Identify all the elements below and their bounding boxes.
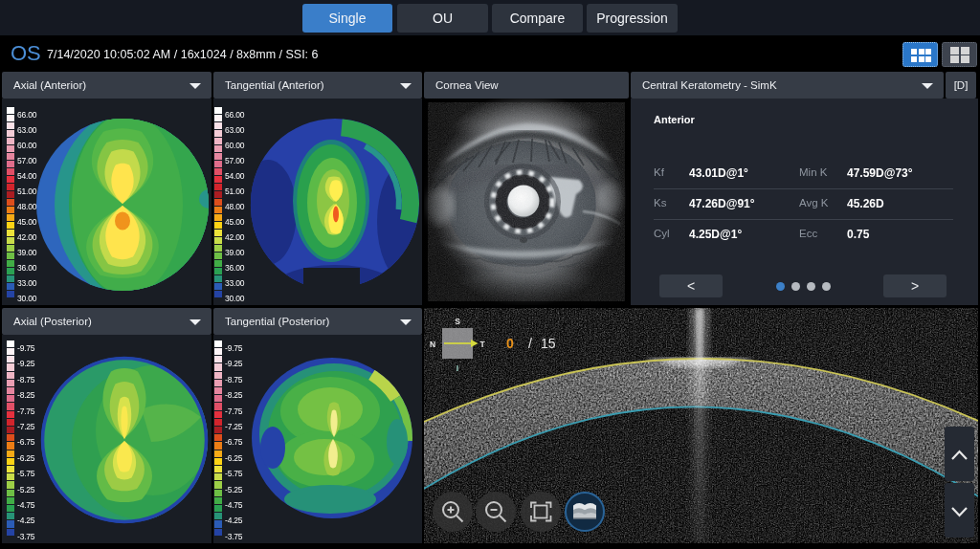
svg-text:S: S [455,317,460,326]
svg-text:0: 0 [506,336,514,351]
svg-text:N: N [430,340,435,349]
svg-text:T: T [479,340,485,349]
svg-text:/: / [528,336,532,351]
svg-text:15: 15 [541,336,556,351]
svg-text:I: I [457,363,458,373]
